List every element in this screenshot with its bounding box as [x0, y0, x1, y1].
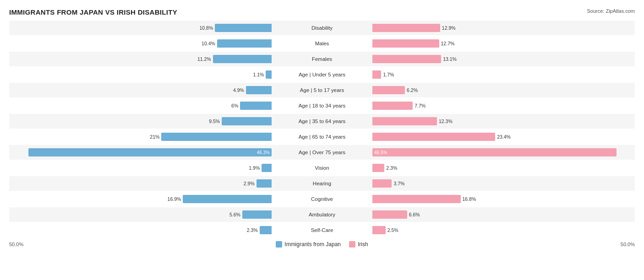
bar-value-left: 1.1% — [253, 72, 264, 77]
right-part: 46.5% — [372, 146, 635, 158]
pink-bar — [372, 24, 440, 32]
row-inner: 10.8% Disability 12.9% — [9, 22, 635, 34]
bar-value-left: 16.9% — [168, 196, 181, 202]
blue-bar: 46.3% — [28, 148, 272, 156]
row-label: Ambulatory — [272, 212, 372, 217]
bar-row: 4.9% Age | 5 to 17 years 6.2% — [9, 83, 635, 97]
chart-title: IMMIGRANTS FROM JAPAN VS IRISH DISABILIT… — [9, 8, 177, 16]
legend-item-pink: Irish — [349, 241, 368, 248]
blue-bar — [183, 195, 272, 203]
left-part: 10.4% — [9, 38, 272, 49]
pink-bar — [372, 102, 413, 110]
blue-bar — [260, 226, 272, 234]
legend-box-blue — [276, 241, 282, 248]
left-part: 1.9% — [9, 162, 272, 174]
legend-label-blue: Immigrants from Japan — [284, 241, 341, 248]
right-part: 12.3% — [372, 115, 635, 127]
row-inner: 16.9% Cognitive 16.8% — [9, 193, 635, 205]
right-part: 3.7% — [372, 178, 635, 189]
row-inner: 1.1% Age | Under 5 years 1.7% — [9, 69, 635, 81]
bar-row: 1.9% Vision 2.3% — [9, 161, 635, 175]
bar-row: 21% Age | 65 to 74 years 23.4% — [9, 129, 635, 144]
row-inner: 9.5% Age | 35 to 64 years 12.3% — [9, 115, 635, 127]
bar-value-left: 6% — [231, 103, 238, 108]
right-part: 12.9% — [372, 22, 635, 34]
blue-bar — [240, 102, 272, 110]
blue-bar — [246, 86, 272, 94]
pink-bar — [372, 164, 384, 172]
row-inner: 46.3% Age | Over 75 years 46.5% — [9, 146, 635, 158]
row-inner: 6% Age | 18 to 34 years 7.7% — [9, 100, 635, 112]
pink-bar — [372, 210, 407, 219]
bar-value-right: 12.9% — [442, 25, 456, 31]
bar-value-left: 11.2% — [197, 56, 211, 62]
left-part: 16.9% — [9, 193, 272, 205]
row-inner: 21% Age | 65 to 74 years 23.4% — [9, 131, 635, 143]
right-part: 12.7% — [372, 38, 635, 49]
bar-value-left: 4.9% — [233, 87, 244, 93]
bar-row: 6% Age | 18 to 34 years 7.7% — [9, 98, 635, 113]
row-label: Self-Care — [272, 227, 372, 233]
bar-value-left: 2.9% — [244, 181, 255, 186]
pink-bar — [372, 70, 381, 79]
bar-row: 10.8% Disability 12.9% — [9, 21, 635, 35]
left-part: 1.1% — [9, 69, 272, 81]
row-label: Age | 18 to 34 years — [272, 103, 372, 108]
row-label: Age | 5 to 17 years — [272, 87, 372, 93]
pink-bar — [372, 179, 392, 188]
bar-row: 9.5% Age | 35 to 64 years 12.3% — [9, 114, 635, 129]
row-inner: 10.4% Males 12.7% — [9, 38, 635, 49]
bar-value-right: 12.3% — [439, 118, 453, 124]
bar-value-left: 10.4% — [202, 41, 215, 46]
bar-value-left: 9.5% — [209, 118, 220, 124]
bar-row: 1.1% Age | Under 5 years 1.7% — [9, 67, 635, 82]
right-part: 6.2% — [372, 84, 635, 96]
bar-value-left: 5.6% — [229, 212, 240, 217]
bar-value-left: 10.8% — [199, 25, 213, 31]
right-part: 2.5% — [372, 224, 635, 236]
bar-row: 11.2% Females 13.1% — [9, 52, 635, 66]
right-part: 2.3% — [372, 162, 635, 174]
left-part: 5.6% — [9, 209, 272, 221]
left-part: 10.8% — [9, 22, 272, 34]
bar-row: 5.6% Ambulatory 6.6% — [9, 207, 635, 222]
axis-right: 50.0% — [621, 242, 635, 247]
bar-row: 46.3% Age | Over 75 years 46.5% — [9, 145, 635, 160]
bar-value-right: 23.4% — [497, 134, 511, 140]
row-inner: 4.9% Age | 5 to 17 years 6.2% — [9, 84, 635, 96]
left-part: 2.9% — [9, 178, 272, 189]
bar-row: 16.9% Cognitive 16.8% — [9, 192, 635, 206]
pink-bar — [372, 86, 405, 94]
left-part: 2.3% — [9, 224, 272, 236]
left-part: 11.2% — [9, 53, 272, 65]
right-part: 16.8% — [372, 193, 635, 205]
left-part: 9.5% — [9, 115, 272, 127]
chart-source: Source: ZipAtlas.com — [587, 8, 635, 14]
row-label: Cognitive — [272, 196, 372, 202]
row-label: Females — [272, 56, 372, 62]
blue-bar — [242, 210, 272, 219]
bar-row: 10.4% Males 12.7% — [9, 36, 635, 51]
right-part: 23.4% — [372, 131, 635, 143]
blue-bar — [222, 117, 272, 125]
blue-bar — [161, 133, 272, 141]
row-inner: 11.2% Females 13.1% — [9, 53, 635, 65]
bar-value-left: 1.9% — [249, 165, 260, 171]
pink-bar — [372, 195, 461, 203]
blue-bar — [257, 179, 272, 188]
blue-bar — [217, 39, 272, 48]
bar-row: 2.3% Self-Care 2.5% — [9, 223, 635, 237]
left-part: 4.9% — [9, 84, 272, 96]
bar-value-right: 6.2% — [407, 87, 418, 93]
pink-bar: 46.5% — [372, 148, 617, 156]
blue-bar — [213, 55, 272, 63]
pink-bar — [372, 55, 441, 63]
blue-bar — [266, 70, 272, 79]
bar-value-right: 46.5% — [372, 150, 387, 155]
legend: Immigrants from Japan Irish — [276, 241, 368, 248]
chart-container: IMMIGRANTS FROM JAPAN VS IRISH DISABILIT… — [0, 0, 644, 254]
chart-footer: 50.0% Immigrants from Japan Irish 50.0% — [9, 241, 635, 249]
bar-value-right: 13.1% — [443, 56, 457, 62]
row-inner: 2.3% Self-Care 2.5% — [9, 224, 635, 236]
row-inner: 2.9% Hearing 3.7% — [9, 178, 635, 189]
